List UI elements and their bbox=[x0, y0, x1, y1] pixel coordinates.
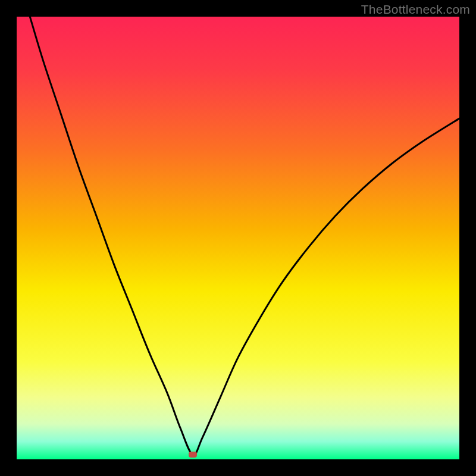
optimal-point-marker bbox=[189, 452, 197, 458]
bottleneck-curve bbox=[17, 17, 459, 459]
chart-frame: TheBottleneck.com bbox=[0, 0, 476, 476]
plot-area bbox=[17, 17, 459, 459]
watermark-text: TheBottleneck.com bbox=[361, 2, 470, 17]
